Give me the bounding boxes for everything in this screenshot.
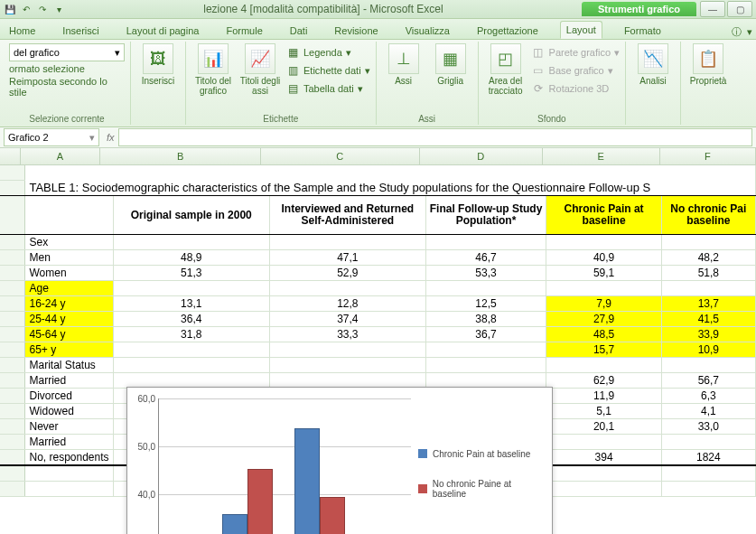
analysis-icon: 📉: [638, 43, 668, 74]
properties-icon: 📋: [693, 43, 723, 74]
minimize-button[interactable]: —: [700, 1, 725, 17]
legend-swatch-blue: [418, 449, 427, 458]
group-etichette: 📊 Titolo del grafico 📈 Titoli degli assi…: [186, 42, 377, 125]
group-selezione: del grafico▾ ormato selezione Reimposta …: [4, 42, 131, 125]
lbl-noresp: No, respondents: [25, 450, 113, 466]
bar-s1-c2[interactable]: [294, 428, 320, 534]
chart-wall-button: ◫Parete grafico ▾: [531, 43, 620, 61]
tab-layout[interactable]: Layout: [560, 21, 602, 39]
tab-inserisci[interactable]: Inserisci: [57, 23, 104, 39]
data-labels-button[interactable]: ▥Etichette dati ▾: [285, 61, 370, 80]
analysis-button[interactable]: 📉 Analisi: [631, 43, 675, 86]
tab-formato[interactable]: Formato: [619, 23, 667, 39]
insert-button[interactable]: 🖼 Inserisci: [136, 43, 180, 86]
legend-item-2[interactable]: No chronic Paine at baseline: [418, 479, 545, 499]
window-title: lezione 4 [modalità compatibilità] - Mic…: [69, 3, 578, 15]
tab-progettazione[interactable]: Progettazione: [471, 23, 544, 39]
table-title: TABLE 1: Sociodemographic characteristic…: [25, 181, 756, 196]
axis-titles-button[interactable]: 📈 Titoli degli assi: [238, 43, 282, 96]
hdr-f: No chronic Pai baseline: [661, 196, 755, 235]
insert-picture-icon: 🖼: [143, 43, 173, 74]
y-tick-40: 40,0: [132, 489, 155, 499]
lbl-sex: Sex: [25, 235, 113, 250]
lbl-age: Age: [25, 281, 113, 296]
title-bar: 💾 ↶ ↷ ▾ lezione 4 [modalità compatibilit…: [0, 0, 756, 19]
chart-title-button[interactable]: 📊 Titolo del grafico: [191, 43, 235, 96]
chart-title-icon: 📊: [198, 43, 229, 74]
rotation-3d-button: ⟳Rotazione 3D: [531, 80, 620, 98]
plot-area-button[interactable]: ◰ Area del tracciato: [484, 43, 527, 96]
tab-home[interactable]: Home: [4, 23, 41, 39]
format-selection[interactable]: ormato selezione: [9, 63, 125, 74]
chart-element-dropdown[interactable]: del grafico▾: [9, 43, 125, 61]
hdr-e: Chronic Pain at baseline: [546, 196, 661, 235]
contextual-tab-title: Strumenti grafico: [582, 2, 696, 16]
axis-titles-icon: 📈: [245, 43, 275, 74]
hdr-b: Original sample in 2000: [113, 196, 269, 235]
ribbon-tabs: Home Inserisci Layout di pagina Formule …: [0, 19, 756, 40]
group-assi: ⊥ Assi ▦ Griglia Assi: [377, 42, 479, 125]
save-icon[interactable]: 💾: [4, 3, 16, 15]
chart-floor-button: ▭Base grafico ▾: [531, 61, 620, 80]
fx-label[interactable]: fx: [107, 132, 115, 143]
maximize-button[interactable]: ▢: [727, 1, 752, 17]
rotation-3d-icon: ⟳: [531, 81, 546, 96]
ribbon: del grafico▾ ormato selezione Reimposta …: [0, 40, 756, 127]
legend-button[interactable]: ▦Legenda ▾: [285, 43, 370, 61]
tab-formule[interactable]: Formule: [220, 23, 267, 39]
qat-dropdown-icon[interactable]: ▾: [52, 3, 65, 15]
legend-icon: ▦: [285, 45, 300, 60]
chart-plot-area[interactable]: 60,0 50,0 40,0 30,0: [158, 398, 411, 534]
col-B[interactable]: B: [100, 148, 261, 164]
chart-legend[interactable]: Chronic Pain at baseline No chronic Pain…: [418, 388, 552, 534]
chart-wall-icon: ◫: [531, 45, 546, 60]
group-label-sfondo: Sfondo: [537, 114, 566, 124]
chart-floor-icon: ▭: [531, 63, 546, 78]
plot-area-icon: ◰: [490, 43, 521, 74]
bar-s1-c1[interactable]: [222, 514, 247, 534]
formula-bar[interactable]: [118, 128, 752, 146]
data-table-button[interactable]: ▤Tabella dati ▾: [285, 80, 370, 98]
undo-icon[interactable]: ↶: [20, 3, 33, 15]
tab-visualizza[interactable]: Visualizza: [400, 23, 455, 39]
col-F[interactable]: F: [660, 148, 756, 164]
formula-bar-row: Grafico 2▾ fx: [0, 127, 756, 148]
y-tick-50: 50,0: [132, 441, 155, 451]
reset-to-style[interactable]: Reimposta secondo lo stile: [9, 76, 125, 98]
bar-s2-c2[interactable]: [320, 497, 345, 534]
gridlines-button[interactable]: ▦ Griglia: [429, 43, 472, 86]
gridlines-icon: ▦: [435, 43, 466, 74]
name-box[interactable]: Grafico 2▾: [4, 128, 99, 146]
col-A[interactable]: A: [21, 148, 100, 164]
tab-revisione[interactable]: Revisione: [329, 23, 383, 39]
bar-s2-c1[interactable]: [247, 469, 273, 535]
group-sfondo: ◰ Area del tracciato ◫Parete grafico ▾ ▭…: [479, 42, 626, 125]
worksheet-grid[interactable]: TABLE 1: Sociodemographic characteristic…: [0, 165, 756, 534]
group-analisi: 📉 Analisi: [626, 42, 681, 125]
legend-swatch-red: [418, 484, 427, 493]
data-table-icon: ▤: [285, 81, 300, 96]
select-all-corner[interactable]: [0, 148, 21, 164]
tab-dati[interactable]: Dati: [285, 23, 313, 39]
hdr-c: Interviewed and Returned Self-Administer…: [269, 196, 425, 235]
legend-item-1[interactable]: Chronic Pain at baseline: [418, 449, 545, 459]
minimize-ribbon-icon[interactable]: ▾: [747, 26, 752, 38]
col-D[interactable]: D: [420, 148, 543, 164]
group-label-etichette: Etichette: [263, 114, 298, 124]
col-C[interactable]: C: [261, 148, 420, 164]
col-E[interactable]: E: [543, 148, 660, 164]
axes-icon: ⊥: [388, 43, 419, 74]
hdr-d: Final Follow-up Study Population*: [425, 196, 546, 235]
tab-layout-pagina[interactable]: Layout di pagina: [121, 23, 205, 39]
group-inserisci: 🖼 Inserisci: [131, 42, 186, 125]
properties-button[interactable]: 📋 Proprietà: [686, 43, 730, 86]
axes-button[interactable]: ⊥ Assi: [382, 43, 425, 86]
y-tick-60: 60,0: [132, 394, 155, 404]
group-label-assi: Assi: [418, 114, 435, 124]
help-icon[interactable]: ⓘ: [732, 25, 742, 39]
redo-icon[interactable]: ↷: [36, 3, 49, 15]
data-labels-icon: ▥: [285, 63, 300, 78]
lbl-marital: Marital Status: [25, 358, 113, 373]
embedded-chart[interactable]: 60,0 50,0 40,0 30,0 Chronic Pain at base…: [126, 387, 553, 534]
group-proprieta: 📋 Proprietà: [681, 42, 735, 125]
